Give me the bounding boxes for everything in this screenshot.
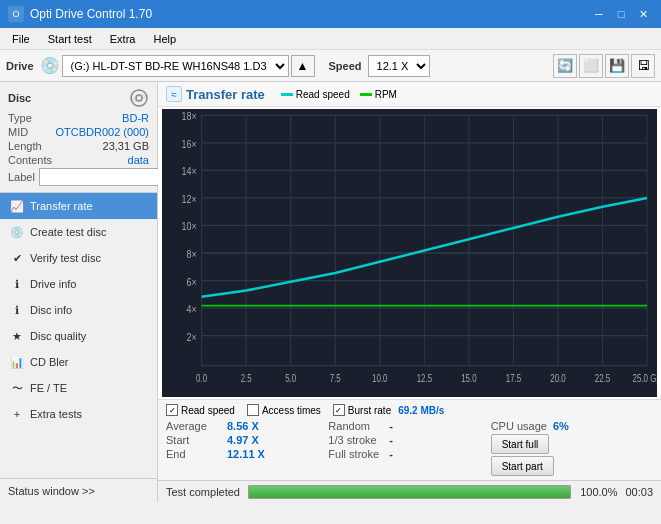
chart-title: Transfer rate [186, 87, 265, 102]
chart-stats: ✓ Read speed Access times ✓ Burst rate 6… [158, 399, 661, 480]
status-text: Test completed [166, 486, 240, 498]
nav-drive-info[interactable]: ℹ Drive info [0, 271, 157, 297]
transfer-rate-icon: 📈 [10, 199, 24, 213]
burst-rate-checkbox-item[interactable]: ✓ Burst rate 69.2 MB/s [333, 404, 445, 416]
one-third-label: 1/3 stroke [328, 434, 383, 446]
read-speed-checkbox-item[interactable]: ✓ Read speed [166, 404, 235, 416]
fe-te-icon: 〜 [10, 381, 24, 395]
eject-button[interactable]: ▲ [291, 55, 315, 77]
status-window-button[interactable]: Status window >> [0, 478, 157, 502]
svg-text:12×: 12× [182, 193, 197, 205]
random-label: Random [328, 420, 383, 432]
disc-icon: 💿 [40, 56, 60, 75]
nav-fe-te-label: FE / TE [30, 382, 67, 394]
create-test-icon: 💿 [10, 225, 24, 239]
access-times-checkbox-label: Access times [262, 405, 321, 416]
svg-text:10×: 10× [182, 220, 197, 232]
nav-cd-bler[interactable]: 📊 CD Bler [0, 349, 157, 375]
refresh-button[interactable]: 🔄 [553, 54, 577, 78]
legend-rpm: RPM [360, 89, 397, 100]
nav-disc-quality[interactable]: ★ Disc quality [0, 323, 157, 349]
length-label: Length [8, 140, 42, 152]
type-label: Type [8, 112, 32, 124]
end-value: 12.11 X [227, 448, 267, 460]
svg-text:4×: 4× [187, 303, 197, 315]
drive-label: Drive [6, 60, 34, 72]
svg-text:20.0: 20.0 [550, 373, 565, 384]
save-button[interactable]: 🖫 [631, 54, 655, 78]
menu-extra[interactable]: Extra [102, 31, 144, 47]
nav-disc-info[interactable]: ℹ Disc info [0, 297, 157, 323]
nav-create-test-disc[interactable]: 💿 Create test disc [0, 219, 157, 245]
svg-point-0 [131, 90, 147, 106]
nav-verify-test-disc[interactable]: ✔ Verify test disc [0, 245, 157, 271]
label-label: Label [8, 171, 35, 183]
full-stroke-value: - [389, 448, 429, 460]
burst-rate-value: 69.2 MB/s [398, 405, 444, 416]
nav-extra-tests-label: Extra tests [30, 408, 82, 420]
svg-text:17.5: 17.5 [506, 373, 521, 384]
extra-tests-icon: + [10, 407, 24, 421]
stat-cpu: CPU usage 6% [491, 420, 653, 432]
nav-disc-info-label: Disc info [30, 304, 72, 316]
menu-file[interactable]: File [4, 31, 38, 47]
contents-value: data [128, 154, 149, 166]
nav-transfer-rate[interactable]: 📈 Transfer rate [0, 193, 157, 219]
nav-drive-info-label: Drive info [30, 278, 76, 290]
legend-read-speed-label: Read speed [296, 89, 350, 100]
main-layout: Disc Type BD-R MID OTCBDR002 (000) Leng [0, 82, 661, 502]
nav-cd-bler-label: CD Bler [30, 356, 69, 368]
progress-bar-inner [249, 486, 570, 498]
stat-one-third: 1/3 stroke - [328, 434, 490, 446]
burst-rate-checkbox[interactable]: ✓ [333, 404, 345, 416]
chart-container: 18× 16× 14× 12× 10× 8× 6× 4× 2× 0.0 2.5 … [162, 109, 657, 397]
svg-text:10.0: 10.0 [372, 373, 387, 384]
app-icon: O [8, 6, 24, 22]
start-value: 4.97 X [227, 434, 267, 446]
access-times-checkbox[interactable] [247, 404, 259, 416]
menu-help[interactable]: Help [145, 31, 184, 47]
drive-select[interactable]: (G:) HL-DT-ST BD-RE WH16NS48 1.D3 [62, 55, 289, 77]
erase-button[interactable]: ⬜ [579, 54, 603, 78]
label-input[interactable] [39, 168, 172, 186]
start-part-button[interactable]: Start part [491, 456, 554, 476]
status-window-label: Status window >> [8, 485, 95, 497]
full-stroke-label: Full stroke [328, 448, 383, 460]
window-controls: ─ □ ✕ [589, 5, 653, 23]
burn-button[interactable]: 💾 [605, 54, 629, 78]
cpu-label: CPU usage [491, 420, 547, 432]
chart-svg: 18× 16× 14× 12× 10× 8× 6× 4× 2× 0.0 2.5 … [162, 109, 657, 397]
minimize-button[interactable]: ─ [589, 5, 609, 23]
stat-full-stroke: Full stroke - [328, 448, 490, 460]
nav-extra-tests[interactable]: + Extra tests [0, 401, 157, 427]
svg-text:25.0 GB: 25.0 GB [633, 373, 657, 384]
progress-bar-container: Test completed 100.0% 00:03 [158, 480, 661, 502]
start-full-button[interactable]: Start full [491, 434, 550, 454]
access-times-checkbox-item[interactable]: Access times [247, 404, 321, 416]
one-third-value: - [389, 434, 429, 446]
read-speed-checkbox[interactable]: ✓ [166, 404, 178, 416]
stats-col-1: Average 8.56 X Start 4.97 X End 12.11 X [166, 420, 328, 476]
contents-label: Contents [8, 154, 52, 166]
stat-start-full-row: Start full [491, 434, 653, 454]
svg-text:16×: 16× [182, 138, 197, 150]
burst-rate-checkbox-label: Burst rate [348, 405, 391, 416]
progress-bar-outer [248, 485, 571, 499]
svg-text:22.5: 22.5 [595, 373, 610, 384]
speed-select[interactable]: 12.1 X [368, 55, 430, 77]
menu-bar: File Start test Extra Help [0, 28, 661, 50]
close-button[interactable]: ✕ [633, 5, 653, 23]
chart-legend: Read speed RPM [281, 89, 397, 100]
read-speed-checkbox-label: Read speed [181, 405, 235, 416]
disc-panel-icon [129, 88, 149, 108]
nav-fe-te[interactable]: 〜 FE / TE [0, 375, 157, 401]
stat-start-part-row: Start part [491, 456, 653, 476]
maximize-button[interactable]: □ [611, 5, 631, 23]
menu-start-test[interactable]: Start test [40, 31, 100, 47]
disc-info-icon: ℹ [10, 303, 24, 317]
svg-text:7.5: 7.5 [330, 373, 341, 384]
mid-value: OTCBDR002 (000) [55, 126, 149, 138]
legend-rpm-color [360, 93, 372, 96]
mid-label: MID [8, 126, 28, 138]
time-display: 00:03 [625, 486, 653, 498]
